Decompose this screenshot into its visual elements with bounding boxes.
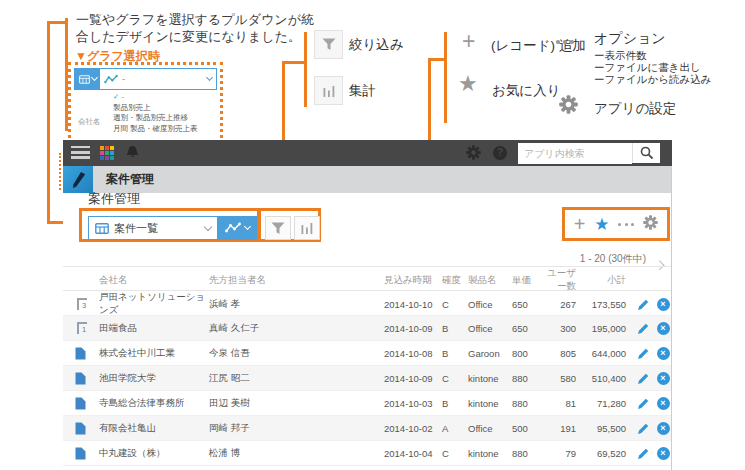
pencil-icon <box>637 447 650 460</box>
table-row[interactable]: 3 戸田ネットソリューションズ 浜崎 孝 2014-10-10 C Office… <box>63 291 672 316</box>
pagination-range: 1 - 20 (30件中) <box>580 252 646 266</box>
table-icon <box>95 223 109 234</box>
delete-record-button[interactable]: × <box>654 372 672 385</box>
funnel-icon <box>322 38 336 51</box>
contact-cell: 江尻 昭二 <box>209 372 384 385</box>
date-cell: 2014-10-03 <box>384 398 442 409</box>
edit-record-button[interactable] <box>632 397 654 410</box>
app-icon <box>63 166 93 193</box>
table-body: 3 戸田ネットソリューションズ 浜崎 孝 2014-10-10 C Office… <box>63 291 672 466</box>
plus-icon: + <box>462 30 475 53</box>
edit-record-button[interactable] <box>632 422 654 435</box>
screenshot-canvas: 一覧やグラフを選択するプルダウンが統 合したデザインに変更になりました。 ▼グラ… <box>0 0 745 470</box>
edit-record-button[interactable] <box>632 447 654 460</box>
delete-record-button[interactable]: × <box>654 447 672 460</box>
search-button[interactable] <box>632 143 660 163</box>
unit-price-cell: 800 <box>512 348 544 359</box>
view-name: 案件一覧 <box>114 221 158 236</box>
add-record-button[interactable]: + <box>574 214 586 234</box>
filter-label: 絞り込み <box>349 36 404 54</box>
check-icon: ✓ <box>113 92 119 101</box>
help-button[interactable]: ? <box>493 146 507 160</box>
menu-item: 月間 製品・確度別売上表 <box>113 124 213 135</box>
unit-price-cell: 880 <box>512 398 544 409</box>
table-row[interactable]: 池田学院大学 江尻 昭二 2014-10-09 C kintone 880 58… <box>63 366 672 391</box>
notification-bell-button[interactable] <box>126 145 139 164</box>
mini-dropdown-menu: ✓ - 製品別売上 週別・製品別売上推移 月間 製品・確度別売上表 <box>113 92 213 134</box>
header-cell: 製品名 <box>468 274 512 287</box>
intro-line-2: 合したデザインに変更になりました。 <box>76 28 314 45</box>
table-row[interactable]: 有限会社亀山 岡崎 邦子 2014-10-02 A Office 500 191… <box>63 416 672 441</box>
global-header: ? <box>63 140 672 166</box>
delete-record-button[interactable]: × <box>654 347 672 360</box>
table-row[interactable]: 中丸建設（株） 松浦 博 2014-10-04 C kintone 880 79… <box>63 441 672 466</box>
bell-icon <box>126 145 139 160</box>
edit-record-button[interactable] <box>632 322 654 335</box>
table-row[interactable]: 株式会社中川工業 今泉 信吾 2014-10-08 B Garoon 800 8… <box>63 341 672 366</box>
callout-line <box>282 61 306 64</box>
company-cell: 有限会社亀山 <box>99 422 209 435</box>
probability-cell: B <box>442 398 468 409</box>
users-cell: 805 <box>544 348 582 359</box>
delete-record-button[interactable]: × <box>654 298 672 311</box>
date-cell: 2014-10-08 <box>384 348 442 359</box>
unit-price-cell: 880 <box>512 448 544 459</box>
app-launcher-button[interactable] <box>100 146 114 160</box>
table-row[interactable]: 1 田端食品 真崎 久仁子 2014-10-09 B Office 650 30… <box>63 316 672 341</box>
company-cell: 池田学院大学 <box>99 372 209 385</box>
header-settings-button[interactable] <box>466 145 481 164</box>
edit-record-button[interactable] <box>632 347 654 360</box>
delete-record-button[interactable]: × <box>654 422 672 435</box>
chevron-down-icon <box>244 223 251 230</box>
menu-item: 製品別売上 <box>113 103 213 114</box>
subtotal-cell: 195,000 <box>582 323 632 334</box>
filter-icon-sample <box>314 30 343 59</box>
edit-record-button[interactable] <box>632 372 654 385</box>
records-table: 会社名 先方担当者名 見込み時期 確度 製品名 単価 ユーザー数 小計 3 戸田… <box>63 266 672 466</box>
search-input[interactable] <box>518 144 632 164</box>
favorite-button[interactable]: ★ <box>594 216 609 233</box>
company-cell: 中丸建設（株） <box>99 447 209 460</box>
probability-cell: A <box>442 423 468 434</box>
circle-x-icon: × <box>657 422 670 435</box>
callout-line <box>47 21 50 223</box>
contact-cell: 松浦 博 <box>209 447 384 460</box>
callout-line <box>444 32 447 123</box>
app-settings-button[interactable] <box>643 215 658 234</box>
gear-icon <box>466 145 481 160</box>
chevron-down-icon <box>206 74 213 81</box>
aggregate-label: 集計 <box>349 82 376 100</box>
chevron-down-icon <box>204 222 212 230</box>
contact-cell: 今泉 信吾 <box>209 347 384 360</box>
mini-background-header: 会社名 <box>78 117 101 127</box>
product-cell: Garoon <box>468 348 512 359</box>
callout-line <box>428 58 446 61</box>
graph-dropdown-button[interactable] <box>218 216 257 240</box>
subtotal-cell: 71,280 <box>582 398 632 409</box>
gear-icon <box>559 95 578 118</box>
view-dropdown[interactable]: 案件一覧 <box>88 216 218 240</box>
company-cell: 株式会社中川工業 <box>99 347 209 360</box>
document-icon <box>75 422 86 435</box>
options-button[interactable] <box>618 223 634 226</box>
subtotal-cell: 173,550 <box>582 299 632 310</box>
table-row[interactable]: 寺島総合法律事務所 田辺 美樹 2014-10-03 B kintone 880… <box>63 391 672 416</box>
search-icon <box>640 146 654 160</box>
product-cell: Office <box>468 323 512 334</box>
filter-button[interactable] <box>265 216 291 240</box>
hamburger-menu-button[interactable] <box>71 146 90 159</box>
mini-graph-dropdown: - <box>100 69 216 89</box>
delete-record-button[interactable]: × <box>654 397 672 410</box>
edit-record-button[interactable] <box>632 298 654 311</box>
document-icon <box>75 397 86 410</box>
toolbar-callout-box: + ★ <box>562 207 670 241</box>
date-cell: 2014-10-02 <box>384 423 442 434</box>
aggregate-button[interactable] <box>294 216 320 240</box>
circle-x-icon: × <box>657 372 670 385</box>
users-cell: 191 <box>544 423 582 434</box>
delete-record-button[interactable]: × <box>654 322 672 335</box>
unit-price-cell: 880 <box>512 373 544 384</box>
circle-x-icon: × <box>657 298 670 311</box>
unit-price-cell: 650 <box>512 323 544 334</box>
date-cell: 2014-10-09 <box>384 373 442 384</box>
